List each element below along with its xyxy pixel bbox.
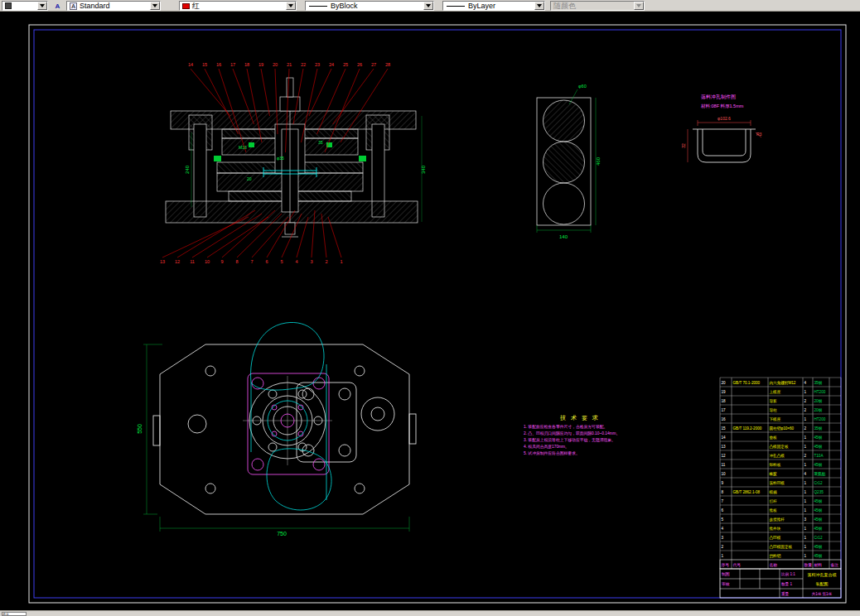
workspace-combo[interactable] [2, 1, 48, 11]
bom-cell: 1 [804, 508, 807, 513]
dim-label: φ35 [277, 156, 284, 161]
tech-line: 4. 模具闭合高度170mm。 [524, 444, 569, 450]
bom-cell: 卸料板 [769, 463, 781, 467]
bom-cell: 4 [804, 381, 807, 385]
linetype-combo-arrow[interactable] [534, 2, 544, 10]
bom-cell: 1 [804, 390, 807, 394]
bom-cell: 45钢 [814, 553, 823, 558]
bom-cell: 3 [804, 517, 807, 522]
callout-number: 24 [329, 62, 334, 67]
color-value: 红 [192, 1, 200, 11]
bom-cell: 9 [722, 481, 724, 485]
bom-cell: 45钢 [814, 544, 823, 549]
bom-header-cell: 数量 [804, 563, 813, 567]
bom-cell: 2 [804, 408, 807, 412]
bom-cell: 45钢 [814, 444, 823, 449]
bom-cell: 4 [722, 527, 724, 531]
linetype-value: ByLayer [468, 2, 495, 10]
callout-number: 1 [340, 259, 342, 264]
dim-label: φ60 [578, 84, 587, 89]
bom-cell: 圆柱销φ10×60 [770, 426, 795, 431]
bom-header-cell: 代号 [733, 563, 742, 567]
bom-cell: 18 [722, 399, 727, 403]
workspace-combo-arrow[interactable] [37, 2, 47, 10]
plotstyle-combo: 随颜色 [550, 1, 645, 11]
drawing-canvas[interactable]: 240 340 M16 φ35 20 35 141516171819202122… [0, 12, 860, 610]
bom-cell: 2 [804, 454, 807, 458]
bom-cell: 连接推杆 [770, 517, 785, 522]
callout-number: 20 [273, 62, 278, 67]
callout-number: 22 [301, 62, 306, 67]
titleblock-subtitle: 装配图 [816, 581, 829, 587]
lineweight-line-icon [309, 6, 327, 7]
callout-number: 18 [244, 62, 249, 67]
dim-label: 340 [421, 165, 426, 174]
bom-cell: 2 [804, 426, 807, 431]
lineweight-combo[interactable]: ByBlock [305, 1, 434, 11]
titleblock-weight: 重量 [781, 591, 790, 596]
status-bar-fragment: 命令 [0, 610, 860, 616]
dim-label: 35 [318, 140, 323, 145]
color-combo[interactable]: 红 [179, 1, 297, 11]
bom-cell: 挡料销 [770, 553, 781, 559]
dim-label: 550 [137, 424, 143, 434]
bom-cell: 3 [722, 536, 724, 540]
bom-cell: 垫板 [770, 436, 778, 440]
tech-line: 5. 试冲后制件应符合图样要求。 [524, 450, 580, 456]
lineweight-combo-arrow[interactable] [423, 2, 433, 10]
bom-cell: 4 [804, 472, 807, 476]
bom-cell: 1 [804, 490, 807, 494]
command-line-fragment: 命令 [2, 612, 27, 616]
bom-cell: 1 [804, 445, 807, 449]
callout-number: 7 [250, 259, 253, 264]
bom-cell: 上模座 [770, 390, 781, 394]
bom-cell: 推件块 [769, 526, 781, 531]
text-style-value: Standard [80, 2, 110, 10]
dim-label: 460 [596, 156, 601, 166]
callout-number: 25 [343, 62, 348, 67]
color-swatch-red [182, 3, 190, 9]
bom-cell: Cr12 [814, 536, 823, 540]
bom-cell: 20钢 [814, 407, 823, 412]
bom-cell: 2 [722, 545, 724, 549]
bom-cell: 45钢 [814, 508, 823, 513]
callout-number: 16 [216, 62, 221, 67]
bom-cell: 推板 [769, 508, 778, 513]
bom-cell: 16 [722, 417, 727, 421]
color-combo-arrow[interactable] [286, 2, 296, 10]
bom-cell: 1 [804, 463, 807, 467]
callout-number: 9 [220, 259, 223, 264]
bom-cell: 45钢 [814, 435, 823, 440]
callout-number: 23 [315, 62, 320, 67]
callout-number: 3 [310, 259, 312, 264]
tech-line: 2. 凸、凹模刃口间隙应均匀，双面间隙0.10~0.14mm。 [524, 431, 620, 436]
text-style-combo-arrow[interactable] [150, 2, 160, 10]
part-subtitle: 材料:08F 料厚1.5mm [700, 103, 744, 109]
text-style-combo[interactable]: A Standard [66, 1, 161, 11]
bom-cell: 13 [722, 445, 727, 449]
bom-cell: 12 [722, 454, 727, 458]
linetype-combo[interactable]: ByLayer [442, 1, 545, 11]
bom-cell: 35钢 [814, 380, 823, 385]
callout-number: 4 [295, 259, 297, 264]
bom-cell: HT200 [814, 390, 826, 394]
part-title: 落料冲孔制件图 [701, 94, 736, 100]
toolbar: A A Standard 红 ByBlock ByLayer 随颜色 [0, 0, 860, 12]
callout-number: 19 [258, 62, 263, 67]
bom-cell: 14 [722, 436, 727, 440]
bom-cell: 7 [722, 499, 724, 503]
titleblock-check-label: 审核 [722, 581, 730, 586]
titleblock-title: 落料冲孔复合模 [808, 572, 837, 578]
linetype-line-icon [447, 6, 465, 7]
bom-cell: 10 [722, 472, 727, 476]
workspace-icon [5, 2, 12, 9]
bom-header-cell: 序号 [722, 562, 730, 567]
callout-number: 6 [265, 259, 268, 264]
callout-number: 13 [160, 259, 165, 264]
text-style-button[interactable]: A [51, 1, 64, 11]
bom-cell: 19 [722, 390, 727, 394]
bom-cell: 8 [722, 490, 724, 494]
canvas-background [0, 12, 860, 610]
bom-cell: 45钢 [814, 526, 823, 531]
bom-cell: GB/T 2862.1-08 [733, 490, 761, 494]
